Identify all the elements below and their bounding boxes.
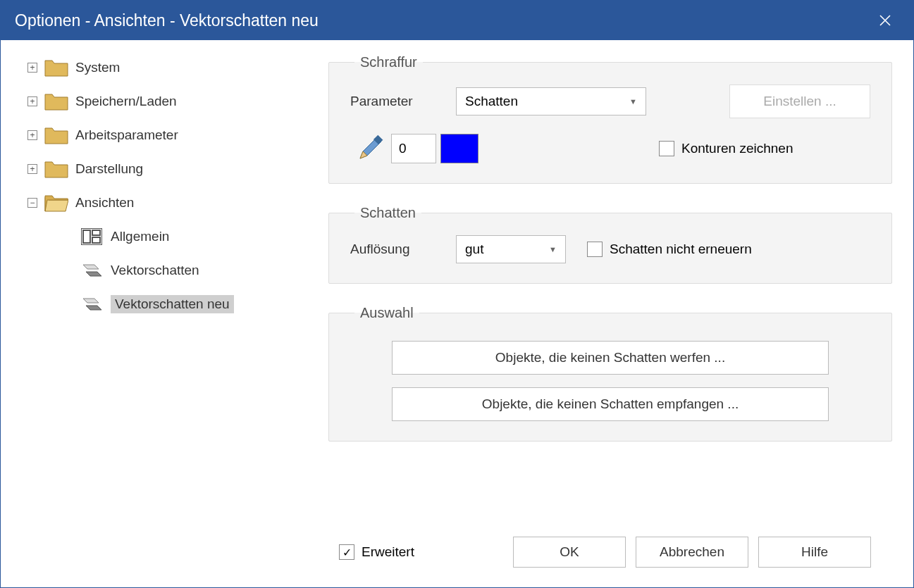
help-button[interactable]: Hilfe: [758, 537, 871, 568]
expand-icon[interactable]: +: [27, 164, 37, 174]
tree-item-system[interactable]: + System: [8, 51, 311, 85]
tree-label: Ansichten: [75, 195, 134, 211]
layout-icon: [80, 227, 104, 246]
group-legend: Schatten: [354, 205, 421, 221]
dialog-title: Optionen - Ansichten - Vektorschatten ne…: [15, 11, 871, 30]
checkbox-label: Erweitert: [362, 544, 414, 560]
footer: ✓ Erweitert OK Abbrechen Hilfe: [328, 531, 892, 580]
folder-icon: [44, 92, 68, 111]
expand-icon[interactable]: +: [27, 130, 37, 140]
ok-button[interactable]: OK: [513, 537, 626, 568]
folder-icon: [44, 159, 68, 179]
cancel-button[interactable]: Abbrechen: [636, 537, 748, 568]
titlebar: Optionen - Ansichten - Vektorschatten ne…: [1, 1, 913, 40]
tree-item-allgemein[interactable]: Allgemein: [8, 220, 311, 254]
tree-item-vektorschatten[interactable]: Vektorschatten: [8, 254, 311, 287]
checkbox-unchecked[interactable]: [587, 242, 603, 257]
checkbox-label: Konturen zeichnen: [681, 141, 793, 156]
group-schatten: Schatten Auflösung gut ▼ Schatten nicht …: [328, 205, 892, 284]
group-legend: Schraffur: [354, 54, 423, 70]
folder-icon: [44, 58, 68, 77]
aufloesung-select[interactable]: gut ▼: [456, 235, 566, 263]
erweitert-checkbox-row[interactable]: ✓ Erweitert: [339, 544, 414, 560]
tree-item-arbeitsparameter[interactable]: + Arbeitsparameter: [8, 118, 311, 152]
einstellen-button[interactable]: Einstellen ...: [729, 85, 870, 118]
chevron-down-icon: ▼: [549, 245, 557, 254]
no-shadow-cast-button[interactable]: Objekte, die keinen Schatten werfen ...: [392, 341, 829, 375]
dialog: Optionen - Ansichten - Vektorschatten ne…: [0, 0, 914, 588]
pencil-icon: [356, 135, 384, 163]
tree-label: Darstellung: [75, 161, 143, 177]
shadow-icon: [80, 294, 104, 314]
line-width-input[interactable]: 0: [391, 134, 436, 163]
select-value: gut: [465, 242, 483, 257]
checkbox-checked[interactable]: ✓: [339, 544, 354, 560]
tree-label: Allgemein: [111, 229, 169, 244]
color-swatch[interactable]: [440, 134, 478, 163]
tree-item-ansichten[interactable]: − Ansichten: [8, 186, 311, 220]
checkbox-unchecked[interactable]: [659, 141, 674, 156]
tree-item-darstellung[interactable]: + Darstellung: [8, 152, 311, 186]
group-legend: Auswahl: [354, 305, 419, 321]
nav-tree: + System + Speichern/Laden + Arbeitspara…: [1, 40, 318, 587]
checkbox-label: Schatten nicht erneuern: [610, 242, 752, 257]
dialog-body: + System + Speichern/Laden + Arbeitspara…: [1, 40, 913, 587]
tree-label: Speichern/Laden: [75, 94, 177, 109]
parameter-label: Parameter: [350, 94, 456, 109]
konturen-checkbox-row[interactable]: Konturen zeichnen: [659, 141, 870, 156]
folder-open-icon: [44, 193, 68, 213]
parameter-select[interactable]: Schatten ▼: [456, 87, 646, 115]
no-shadow-receive-button[interactable]: Objekte, die keinen Schatten empfangen .…: [392, 387, 829, 421]
svg-rect-3: [92, 237, 100, 243]
svg-rect-1: [83, 230, 90, 243]
chevron-down-icon: ▼: [629, 97, 637, 106]
shadow-icon: [80, 261, 104, 280]
group-schraffur: Schraffur Parameter Schatten ▼ Einstelle…: [328, 54, 892, 184]
tree-label: Vektorschatten: [111, 263, 199, 278]
svg-rect-2: [92, 230, 100, 235]
content-panel: Schraffur Parameter Schatten ▼ Einstelle…: [318, 40, 913, 587]
collapse-icon[interactable]: −: [27, 198, 37, 208]
close-icon: [879, 15, 891, 26]
select-value: Schatten: [465, 94, 518, 109]
folder-icon: [44, 125, 68, 145]
tree-label: System: [75, 60, 120, 75]
expand-icon[interactable]: +: [27, 96, 37, 106]
aufloesung-label: Auflösung: [350, 242, 456, 257]
tree-label: Vektorschatten neu: [111, 295, 234, 313]
expand-icon[interactable]: +: [27, 63, 37, 73]
nicht-erneuern-checkbox-row[interactable]: Schatten nicht erneuern: [587, 242, 752, 257]
group-auswahl: Auswahl Objekte, die keinen Schatten wer…: [328, 305, 892, 442]
close-button[interactable]: [871, 6, 899, 35]
tree-item-speichern[interactable]: + Speichern/Laden: [8, 85, 311, 118]
tree-label: Arbeitsparameter: [75, 127, 178, 143]
tree-item-vektorschatten-neu[interactable]: Vektorschatten neu: [8, 287, 311, 321]
